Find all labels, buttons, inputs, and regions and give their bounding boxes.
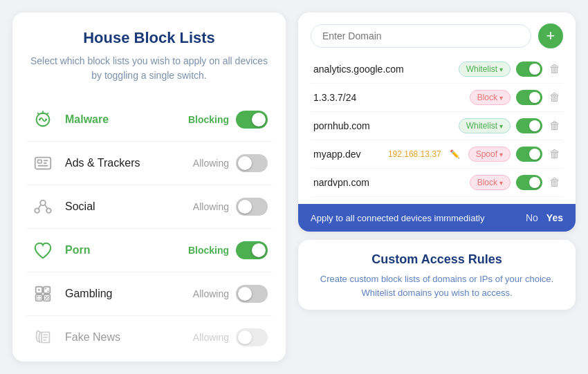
domain-name: nardvpn.com (313, 177, 464, 188)
domain-ip: 192.168.13.37 (388, 149, 441, 159)
delete-icon[interactable]: 🗑 (549, 91, 560, 104)
custom-rules-title: Custom Access Rules (312, 252, 562, 267)
table-row: myapp.dev 192.168.13.37 ✏️ Spoof ▾ 🗑 (311, 140, 563, 169)
fakenews-label: Fake News (65, 331, 193, 344)
badge-arrow-icon: ▾ (499, 179, 503, 187)
badge-arrow-icon: ▾ (499, 66, 503, 73)
notify-bar: Apply to all connected devices immmediat… (298, 204, 576, 232)
svg-point-14 (45, 288, 46, 289)
svg-point-1 (39, 119, 41, 121)
svg-point-22 (45, 296, 46, 297)
svg-rect-5 (44, 160, 48, 161)
svg-point-12 (38, 289, 40, 291)
list-item-porn: Porn Blocking ✓ (26, 229, 272, 272)
list-item-malware: Malware Blocking ✓ (26, 98, 272, 142)
porn-toggle[interactable]: ✓ (236, 241, 268, 259)
social-icon (30, 194, 55, 219)
domain-card: + analytics.google.com Whitelist ▾ 🗑 1.3… (298, 12, 576, 232)
adtracker-icon (30, 151, 55, 176)
gambling-label: Gambling (65, 288, 193, 300)
delete-icon[interactable]: 🗑 (549, 176, 560, 189)
panel-title: House Block Lists (26, 29, 272, 47)
svg-rect-16 (36, 294, 42, 301)
adstracker-label: Ads & Trackers (65, 157, 193, 169)
edit-icon[interactable]: ✏️ (450, 149, 460, 159)
domain-toggle-2[interactable] (516, 118, 542, 133)
app-container: House Block Lists Select which block lis… (0, 0, 588, 374)
domain-input[interactable] (311, 24, 531, 48)
adstracker-toggle[interactable] (236, 154, 268, 172)
svg-point-17 (37, 296, 38, 297)
domain-name: analytics.google.com (313, 64, 453, 75)
svg-rect-13 (44, 287, 50, 293)
porn-label: Porn (65, 244, 188, 256)
table-row: pornhub.com Whitelist ▾ 🗑 (311, 112, 563, 140)
domain-name: 1.3.3.7/24 (313, 92, 464, 103)
fakenews-toggle (236, 328, 268, 346)
notify-yes-button[interactable]: Yes (546, 212, 563, 223)
delete-icon[interactable]: 🗑 (549, 120, 560, 132)
svg-point-20 (39, 298, 41, 299)
list-item-adstracker: Ads & Trackers Allowing (26, 142, 272, 185)
badge-block[interactable]: Block ▾ (470, 175, 511, 190)
svg-point-19 (37, 298, 38, 299)
table-row: 1.3.3.7/24 Block ▾ 🗑 (311, 84, 563, 112)
malware-icon (30, 107, 55, 132)
svg-rect-6 (44, 162, 47, 164)
badge-whitelist[interactable]: Whitelist ▾ (459, 118, 511, 133)
delete-icon[interactable]: 🗑 (549, 148, 560, 160)
svg-point-18 (39, 296, 41, 297)
svg-point-8 (40, 200, 46, 206)
badge-arrow-icon: ▾ (499, 151, 503, 158)
malware-label: Malware (65, 113, 188, 126)
domain-toggle-4[interactable] (516, 175, 542, 190)
gambling-icon (30, 281, 55, 306)
delete-icon[interactable]: 🗑 (549, 63, 560, 75)
social-status: Allowing (193, 201, 229, 212)
badge-block[interactable]: Block ▾ (470, 90, 511, 105)
gambling-toggle[interactable] (236, 285, 268, 303)
gambling-status: Allowing (193, 288, 229, 299)
right-panel: + analytics.google.com Whitelist ▾ 🗑 1.3… (298, 12, 576, 362)
list-item-social: Social Allowing (26, 185, 272, 229)
svg-rect-7 (38, 165, 48, 167)
malware-status: Blocking (188, 114, 229, 125)
list-item-gambling: Gambling Allowing (26, 272, 272, 316)
domain-toggle-0[interactable] (516, 62, 542, 77)
svg-point-23 (47, 296, 48, 297)
list-item-fakenews: Fake News Allowing (26, 316, 272, 359)
domain-toggle-3[interactable] (516, 147, 542, 162)
custom-rules-description: Create custom block lists of domains or … (312, 272, 562, 300)
badge-whitelist[interactable]: Whitelist ▾ (459, 62, 511, 77)
svg-point-24 (45, 298, 46, 299)
add-domain-button[interactable]: + (538, 24, 563, 48)
notify-message: Apply to all connected devices immmediat… (311, 213, 526, 223)
domain-name: myapp.dev (313, 149, 383, 160)
table-row: nardvpn.com Block ▾ 🗑 (311, 169, 563, 197)
domain-toggle-1[interactable] (516, 90, 542, 105)
porn-status: Blocking (188, 245, 229, 256)
svg-point-2 (45, 119, 47, 121)
domain-name: pornhub.com (313, 120, 453, 131)
left-panel: House Block Lists Select which block lis… (12, 12, 286, 362)
porn-icon (30, 238, 55, 263)
fakenews-icon (30, 325, 55, 350)
adstracker-status: Allowing (193, 158, 229, 169)
fakenews-status: Allowing (193, 332, 229, 343)
badge-spoof[interactable]: Spoof ▾ (468, 147, 511, 162)
table-row: analytics.google.com Whitelist ▾ 🗑 (311, 55, 563, 84)
custom-rules-section: Custom Access Rules Create custom block … (298, 240, 576, 310)
social-toggle[interactable] (236, 198, 268, 216)
badge-arrow-icon: ▾ (499, 122, 503, 130)
svg-point-26 (46, 297, 48, 299)
social-label: Social (65, 200, 193, 213)
domain-input-row: + (311, 24, 563, 48)
panel-subtitle: Select which block lists you wish to app… (26, 54, 272, 83)
malware-toggle[interactable]: ✓ (236, 111, 268, 129)
svg-point-25 (47, 298, 48, 299)
badge-arrow-icon: ▾ (499, 94, 503, 102)
notify-no-button[interactable]: No (526, 212, 538, 223)
svg-rect-4 (38, 160, 42, 163)
svg-point-15 (47, 290, 48, 292)
